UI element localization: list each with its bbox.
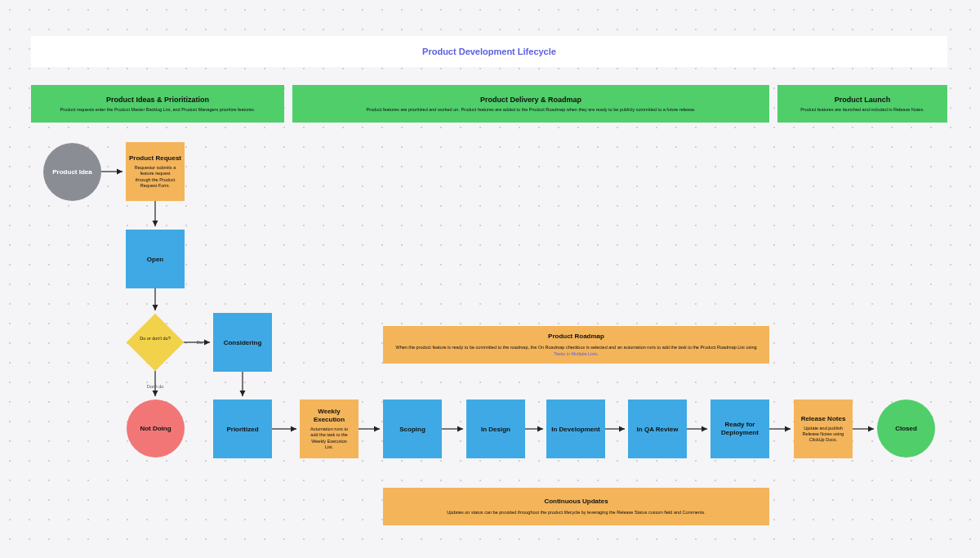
phase-launch-title: Product Launch — [835, 96, 891, 104]
banner-updates-title: Continuous Updates — [544, 498, 608, 505]
node-weekly-execution: Weekly Execution Automation runs to add … — [300, 400, 359, 458]
phase-launch: Product Launch Product features are laun… — [777, 85, 947, 123]
node-not-doing-label: Not Doing — [140, 425, 171, 432]
banner-updates: Continuous Updates Updates on status can… — [383, 488, 769, 525]
banner-roadmap-title: Product Roadmap — [548, 333, 604, 340]
node-not-doing: Not Doing — [127, 400, 185, 458]
banner-updates-sub: Updates on status can be provided throug… — [447, 510, 705, 516]
node-decision-label: Do or don't do? — [127, 336, 184, 341]
node-closed-label: Closed — [895, 425, 917, 432]
node-open: Open — [126, 230, 185, 288]
node-in-development-label: In Development — [551, 426, 600, 433]
node-considering-label: Considering — [224, 339, 262, 346]
node-in-design-label: In Design — [481, 426, 510, 433]
node-product-request: Product Request Requestor submits a feat… — [126, 142, 185, 201]
node-in-qa-label: In QA Review — [637, 426, 679, 433]
phase-delivery-title: Product Delivery & Roadmap — [480, 96, 581, 104]
node-release-notes-sub: Update and publish Release Notes using C… — [797, 426, 849, 443]
node-scoping-label: Scoping — [399, 426, 425, 433]
node-decision — [127, 314, 185, 372]
diagram-title: Product Development Lifecycle — [31, 36, 947, 67]
node-product-request-sub: Requestor submits a feature request thro… — [129, 165, 181, 189]
node-considering: Considering — [213, 313, 272, 372]
node-open-label: Open — [147, 256, 163, 263]
phase-launch-sub: Product features are launched and includ… — [800, 107, 924, 112]
phase-delivery: Product Delivery & Roadmap Product featu… — [292, 85, 769, 123]
node-ready-deploy: Ready for Deployment — [710, 400, 769, 458]
node-product-idea: Product Idea — [43, 143, 101, 201]
node-in-design: In Design — [466, 400, 525, 458]
phase-delivery-sub: Product features are prioritized and wor… — [367, 107, 696, 112]
node-prioritized-label: Prioritized — [226, 426, 258, 433]
node-in-development: In Development — [546, 400, 605, 458]
node-scoping: Scoping — [383, 400, 442, 458]
banner-roadmap-sub: When the product feature is ready to be … — [393, 345, 760, 357]
banner-roadmap-sub-text: When the product feature is ready to be … — [395, 345, 756, 350]
edge-do-label: Do — [195, 340, 204, 345]
node-release-notes-title: Release Notes — [801, 415, 846, 422]
banner-roadmap-link: Tasks in Multiple Lists — [554, 351, 597, 356]
node-closed: Closed — [877, 400, 935, 458]
phase-ideas: Product Ideas & Prioritization Product r… — [31, 85, 284, 123]
node-weekly-title: Weekly Execution — [303, 408, 355, 423]
node-product-request-title: Product Request — [129, 154, 181, 162]
node-product-idea-label: Product Idea — [52, 168, 91, 176]
phase-ideas-sub: Product requests enter the Product Maste… — [60, 107, 256, 112]
node-prioritized: Prioritized — [213, 400, 272, 458]
edge-dontdo-label: Don't do — [145, 384, 165, 389]
node-in-qa: In QA Review — [628, 400, 687, 458]
node-weekly-sub: Automation runs to add the task to the W… — [303, 426, 355, 450]
phase-ideas-title: Product Ideas & Prioritization — [106, 96, 209, 104]
node-release-notes: Release Notes Update and publish Release… — [794, 400, 853, 458]
node-ready-deploy-label: Ready for Deployment — [714, 421, 766, 438]
banner-roadmap: Product Roadmap When the product feature… — [383, 326, 769, 364]
